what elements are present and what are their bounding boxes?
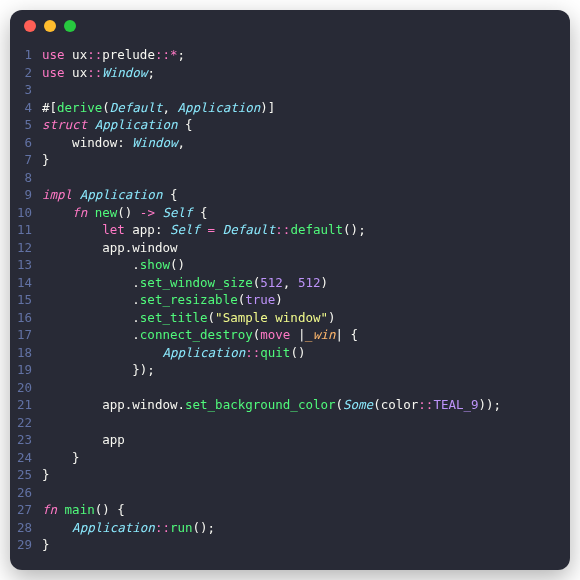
code-content: window: Window, bbox=[42, 134, 185, 152]
code-content: } bbox=[42, 449, 80, 467]
code-content: .set_title("Sample window") bbox=[42, 309, 336, 327]
code-content: let app: Self = Default::default(); bbox=[42, 221, 366, 239]
line-number: 7 bbox=[10, 151, 42, 169]
line-number: 14 bbox=[10, 274, 42, 292]
code-content: Application::run(); bbox=[42, 519, 215, 537]
code-line: 9impl Application { bbox=[10, 186, 570, 204]
zoom-icon[interactable] bbox=[64, 20, 76, 32]
code-line: 6 window: Window, bbox=[10, 134, 570, 152]
line-number: 28 bbox=[10, 519, 42, 537]
line-number: 26 bbox=[10, 484, 42, 502]
line-number: 18 bbox=[10, 344, 42, 362]
code-content: } bbox=[42, 466, 50, 484]
code-window: 1use ux::prelude::*;2use ux::Window;34#[… bbox=[10, 10, 570, 570]
code-content: fn main() { bbox=[42, 501, 125, 519]
minimize-icon[interactable] bbox=[44, 20, 56, 32]
line-number: 5 bbox=[10, 116, 42, 134]
code-line: 20 bbox=[10, 379, 570, 397]
code-line: 18 Application::quit() bbox=[10, 344, 570, 362]
code-content: fn new() -> Self { bbox=[42, 204, 208, 222]
code-line: 22 bbox=[10, 414, 570, 432]
line-number: 17 bbox=[10, 326, 42, 344]
line-number: 10 bbox=[10, 204, 42, 222]
code-content: app.window.set_background_color(Some(col… bbox=[42, 396, 501, 414]
code-line: 17 .connect_destroy(move |_win| { bbox=[10, 326, 570, 344]
code-content: } bbox=[42, 536, 50, 554]
code-content: .set_window_size(512, 512) bbox=[42, 274, 328, 292]
line-number: 24 bbox=[10, 449, 42, 467]
code-line: 14 .set_window_size(512, 512) bbox=[10, 274, 570, 292]
code-content: app bbox=[42, 431, 125, 449]
line-number: 9 bbox=[10, 186, 42, 204]
code-content: use ux::Window; bbox=[42, 64, 155, 82]
code-line: 28 Application::run(); bbox=[10, 519, 570, 537]
line-number: 20 bbox=[10, 379, 42, 397]
code-line: 11 let app: Self = Default::default(); bbox=[10, 221, 570, 239]
line-number: 27 bbox=[10, 501, 42, 519]
code-line: 3 bbox=[10, 81, 570, 99]
code-content: .show() bbox=[42, 256, 185, 274]
line-number: 12 bbox=[10, 239, 42, 257]
line-number: 2 bbox=[10, 64, 42, 82]
code-line: 19 }); bbox=[10, 361, 570, 379]
code-line: 12 app.window bbox=[10, 239, 570, 257]
line-number: 8 bbox=[10, 169, 42, 187]
code-line: 1use ux::prelude::*; bbox=[10, 46, 570, 64]
line-number: 22 bbox=[10, 414, 42, 432]
code-line: 4#[derive(Default, Application)] bbox=[10, 99, 570, 117]
code-content: .connect_destroy(move |_win| { bbox=[42, 326, 358, 344]
line-number: 16 bbox=[10, 309, 42, 327]
line-number: 4 bbox=[10, 99, 42, 117]
code-line: 25} bbox=[10, 466, 570, 484]
code-line: 10 fn new() -> Self { bbox=[10, 204, 570, 222]
code-content: struct Application { bbox=[42, 116, 193, 134]
code-content: app.window bbox=[42, 239, 177, 257]
code-content: } bbox=[42, 151, 50, 169]
code-line: 2use ux::Window; bbox=[10, 64, 570, 82]
window-titlebar bbox=[10, 10, 570, 42]
code-line: 27fn main() { bbox=[10, 501, 570, 519]
code-line: 24 } bbox=[10, 449, 570, 467]
code-line: 29} bbox=[10, 536, 570, 554]
code-line: 26 bbox=[10, 484, 570, 502]
code-line: 21 app.window.set_background_color(Some(… bbox=[10, 396, 570, 414]
code-line: 5struct Application { bbox=[10, 116, 570, 134]
code-line: 7} bbox=[10, 151, 570, 169]
line-number: 13 bbox=[10, 256, 42, 274]
line-number: 23 bbox=[10, 431, 42, 449]
line-number: 29 bbox=[10, 536, 42, 554]
line-number: 21 bbox=[10, 396, 42, 414]
line-number: 19 bbox=[10, 361, 42, 379]
line-number: 11 bbox=[10, 221, 42, 239]
code-line: 8 bbox=[10, 169, 570, 187]
line-number: 6 bbox=[10, 134, 42, 152]
code-editor[interactable]: 1use ux::prelude::*;2use ux::Window;34#[… bbox=[10, 42, 570, 570]
code-line: 15 .set_resizable(true) bbox=[10, 291, 570, 309]
code-content: use ux::prelude::*; bbox=[42, 46, 185, 64]
line-number: 3 bbox=[10, 81, 42, 99]
code-content: impl Application { bbox=[42, 186, 178, 204]
code-line: 13 .show() bbox=[10, 256, 570, 274]
code-content: Application::quit() bbox=[42, 344, 305, 362]
code-line: 16 .set_title("Sample window") bbox=[10, 309, 570, 327]
code-content: }); bbox=[42, 361, 155, 379]
close-icon[interactable] bbox=[24, 20, 36, 32]
line-number: 15 bbox=[10, 291, 42, 309]
code-line: 23 app bbox=[10, 431, 570, 449]
line-number: 1 bbox=[10, 46, 42, 64]
code-content: .set_resizable(true) bbox=[42, 291, 283, 309]
line-number: 25 bbox=[10, 466, 42, 484]
code-content: #[derive(Default, Application)] bbox=[42, 99, 275, 117]
